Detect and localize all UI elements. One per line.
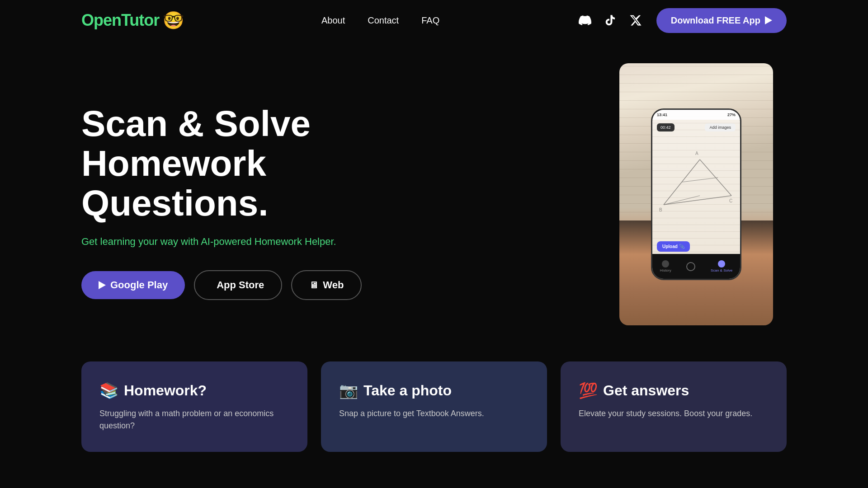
svg-line-1 bbox=[700, 160, 731, 196]
photo-desc: Snap a picture to get Textbook Answers. bbox=[339, 408, 529, 420]
scan-dot bbox=[718, 260, 725, 267]
hero-buttons: Google Play App Store 🖥 Web bbox=[81, 270, 398, 300]
phone-history-tab: History bbox=[660, 260, 671, 272]
download-app-button[interactable]: Download FREE App bbox=[656, 8, 787, 33]
play-icon bbox=[765, 16, 772, 24]
svg-line-4 bbox=[682, 178, 718, 182]
svg-text:B: B bbox=[659, 207, 662, 212]
hero-title: Scan & Solve Homework Questions. bbox=[81, 104, 398, 223]
svg-line-2 bbox=[664, 196, 731, 205]
feature-title-homework: 📚 Homework? bbox=[99, 381, 289, 399]
hero-image-bg: 13:41 27% Add images 00:42 bbox=[619, 63, 773, 325]
monitor-icon: 🖥 bbox=[309, 280, 318, 291]
photo-emoji: 📷 bbox=[339, 381, 358, 399]
app-store-button[interactable]: App Store bbox=[194, 270, 282, 300]
answers-desc: Elevate your study sessions. Boost your … bbox=[579, 408, 769, 420]
phone-upload-button[interactable]: Upload 📎 bbox=[657, 241, 690, 252]
logo-emoji: 🤓 bbox=[163, 10, 184, 30]
hero-title-line2: Homework Questions. bbox=[81, 143, 268, 223]
svg-text:C: C bbox=[729, 198, 732, 203]
answers-title: Get answers bbox=[603, 382, 689, 399]
hero-image: 13:41 27% Add images 00:42 bbox=[619, 63, 787, 325]
web-button[interactable]: 🖥 Web bbox=[291, 270, 362, 300]
homework-desc: Struggling with a math problem or an eco… bbox=[99, 408, 289, 432]
features-section: 📚 Homework? Struggling with a math probl… bbox=[0, 361, 868, 479]
svg-line-3 bbox=[664, 196, 700, 205]
phone-scan-tab: Scan & Solve bbox=[711, 260, 732, 272]
phone-screen-header: 13:41 27% bbox=[652, 110, 740, 120]
nav-link-faq[interactable]: FAQ bbox=[421, 15, 439, 26]
google-play-label: Google Play bbox=[110, 279, 168, 291]
scan-label: Scan & Solve bbox=[711, 268, 732, 272]
feature-card-photo: 📷 Take a photo Snap a picture to get Tex… bbox=[321, 361, 547, 452]
google-play-icon bbox=[99, 281, 106, 289]
logo: OpenTutor 🤓 bbox=[81, 10, 184, 30]
app-store-label: App Store bbox=[217, 279, 264, 291]
homework-title: Homework? bbox=[124, 382, 207, 399]
web-label: Web bbox=[323, 279, 344, 291]
phone-timer: 00:42 bbox=[657, 123, 675, 131]
feature-card-homework: 📚 Homework? Struggling with a math probl… bbox=[81, 361, 307, 452]
hero-title-line1: Scan & Solve bbox=[81, 103, 311, 144]
logo-text: OpenTutor bbox=[81, 11, 159, 30]
history-dot bbox=[662, 260, 669, 267]
nav-links: About Contact FAQ bbox=[321, 15, 439, 26]
phone-battery: 27% bbox=[727, 113, 736, 117]
phone-time: 13:41 bbox=[657, 113, 667, 117]
phone-home-button bbox=[686, 262, 695, 271]
phone-add-images: Add images bbox=[705, 123, 736, 131]
answers-emoji: 💯 bbox=[579, 381, 598, 399]
download-btn-label: Download FREE App bbox=[671, 15, 760, 26]
phone-bottom-nav: History Scan & Solve bbox=[652, 254, 740, 279]
tiktok-icon[interactable] bbox=[602, 12, 618, 28]
photo-title: Take a photo bbox=[363, 382, 452, 399]
feature-title-answers: 💯 Get answers bbox=[579, 381, 769, 399]
feature-card-answers: 💯 Get answers Elevate your study session… bbox=[561, 361, 787, 452]
nav-link-about[interactable]: About bbox=[321, 15, 345, 26]
history-label: History bbox=[660, 268, 671, 272]
social-icons bbox=[577, 12, 644, 28]
discord-icon[interactable] bbox=[577, 12, 593, 28]
nav-right: Download FREE App bbox=[577, 8, 787, 33]
phone-device: 13:41 27% Add images 00:42 bbox=[651, 108, 741, 280]
google-play-button[interactable]: Google Play bbox=[81, 271, 185, 299]
hero-content: Scan & Solve Homework Questions. Get lea… bbox=[81, 68, 398, 300]
phone-screen: 13:41 27% Add images 00:42 bbox=[652, 110, 740, 279]
feature-title-photo: 📷 Take a photo bbox=[339, 381, 529, 399]
diagram-svg: A B C bbox=[655, 132, 741, 223]
navbar: OpenTutor 🤓 About Contact FAQ bbox=[0, 0, 868, 41]
hero-section: Scan & Solve Homework Questions. Get lea… bbox=[0, 41, 868, 361]
twitter-icon[interactable] bbox=[627, 12, 644, 28]
homework-emoji: 📚 bbox=[99, 381, 118, 399]
nav-link-contact[interactable]: Contact bbox=[368, 15, 399, 26]
svg-text:A: A bbox=[695, 151, 698, 156]
hero-subtitle: Get learning your way with AI-powered Ho… bbox=[81, 236, 398, 248]
